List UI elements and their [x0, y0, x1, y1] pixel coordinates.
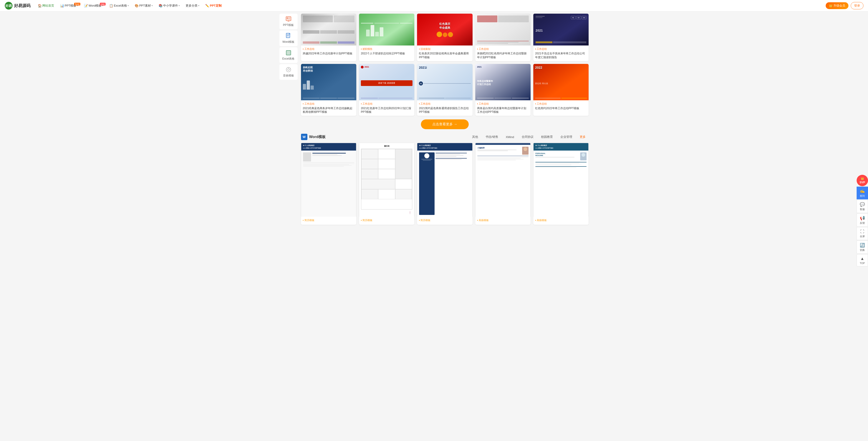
- word-card-2[interactable]: 履历表: [359, 143, 414, 225]
- login-button[interactable]: 登录: [851, 2, 863, 9]
- sidebar-item-ppt[interactable]: PPT模板: [279, 14, 298, 29]
- word-tab-enterprise-label: 企业管理: [560, 135, 572, 138]
- word-section-header: W Word模板 其他 书信/销售 XMind 合同协议: [301, 134, 589, 140]
- nav-item-custom-label: PPT定制: [210, 4, 221, 8]
- ppt-card-6[interactable]: 扬帆起航再创辉煌 工作总结: [301, 64, 356, 116]
- ppt-row2-grid: 扬帆起航再创辉煌 工作总结: [301, 64, 589, 116]
- logo[interactable]: 好易 好易源码: [5, 2, 30, 10]
- ppt-card-9-info: 工作总结 商务蓝白简约高质量年终总结暨新年计划工作总结PPT模板: [475, 100, 531, 116]
- word-tab-letter[interactable]: 书信/销售: [482, 134, 501, 140]
- ppt-card-5-tag: 工作总结: [535, 47, 587, 51]
- svg-rect-6: [289, 19, 290, 19]
- vip-button[interactable]: 👑 升级会员: [826, 2, 848, 9]
- ppt-card-10-title: 红色简约2022年终工作总结PPT模板: [535, 106, 587, 110]
- ppt-thumb-2: [359, 14, 414, 45]
- content-area: 工作总结 跨越2022年终工作总结新年计划PPT模板: [301, 14, 589, 225]
- word-thumb-2: 履历表: [359, 143, 414, 217]
- ppt-card-7-title: 2021红色新年工作总结和2022年计划汇报PPT模板: [361, 106, 412, 114]
- ppt-card-10-tag: 工作总结: [535, 102, 587, 105]
- nav-item-school[interactable]: 📚 中小学课件 ▾: [156, 2, 183, 9]
- school-chevron: ▾: [179, 4, 180, 7]
- svg-rect-14: [287, 36, 288, 36]
- sidebar-item-excel[interactable]: Excel表格: [279, 47, 298, 63]
- word-tab-education[interactable]: 校园教育: [538, 134, 556, 140]
- sidebar-excel-icon: [285, 50, 292, 56]
- ppt-thumb-4: [475, 14, 531, 45]
- sidebar-item-audio[interactable]: 音效模板: [279, 64, 298, 80]
- word-tab-xmind[interactable]: XMind: [503, 134, 517, 140]
- nav-item-ppt-custom[interactable]: ✏️ PPT定制: [203, 2, 224, 9]
- svip-icon: 👑: [861, 177, 864, 180]
- word-tab-other-label: 其他: [472, 135, 478, 138]
- ppt-card-7-info: 工作总结 2021红色新年工作总结和2022年计划汇报PPT模板: [359, 100, 414, 116]
- word-card-1[interactable]: W 个人求职简历 word模板/A4打印/内容可修改: [301, 143, 356, 225]
- nav-item-home[interactable]: 🏠 网站首页: [35, 2, 57, 9]
- ppt-thumb-10: 2022 新征程 再出发: [533, 64, 589, 100]
- ppt-card-6-info: 工作总结 2021经典蓝色商务岁年终工作总结扬帆起航再创辉煌PPT模板: [301, 100, 356, 116]
- word-card-1-info: 简历模板: [301, 217, 356, 225]
- ppt-card-2-tag: 述职报告: [361, 47, 412, 51]
- ppt-card-4[interactable]: 工作总结 奔跑吧2022红色简约岁年终工作总结暨新年计划PPT模板: [475, 14, 531, 61]
- ppt-card-2[interactable]: 述职报告 2022个人干部述职总结转正PPT模板: [359, 14, 414, 61]
- svg-point-24: [287, 69, 289, 70]
- svg-rect-8: [288, 21, 289, 21]
- ppt-card-10[interactable]: 2022 新征程 再出发 工作总结 红色简约2022年终工作总结PPT模板: [533, 64, 589, 116]
- nav-item-ppt-material[interactable]: 🎨 PPT素材 ▾: [132, 2, 155, 9]
- word-tab-other[interactable]: 其他: [469, 134, 481, 140]
- ppt-card-3[interactable]: 红色喜庆年会盛典 活动策划 红色喜庆2022新征程再出发年会盛典通用PPT模板: [417, 14, 472, 61]
- login-label: 登录: [854, 4, 860, 7]
- word-card-3-info: 简历模板: [417, 217, 472, 225]
- ppt-card-8[interactable]: 2021i 01 工作总结 2021简约蓝色商务通用述职报告工作总结PPT模板: [417, 64, 472, 116]
- svip-button[interactable]: 👑 SVP: [857, 175, 868, 186]
- customer-button[interactable]: 💬 客服: [857, 200, 868, 213]
- more-button[interactable]: 点击查看更多 →: [421, 119, 468, 129]
- ppt-card-7[interactable]: 2021 谢谢下载 谢谢观看 工作总结 2021红色新年工作总结和2022年计划…: [359, 64, 414, 116]
- word-card-5[interactable]: W 个人求职简历 word模板/A4打印/内容可修改 PERSONALRESUM…: [533, 143, 589, 225]
- header: 好易 好易源码 🏠 网站首页 📊 PPT模板 host ▾ 📝 Word模板 n…: [0, 0, 868, 11]
- ppt-card-1-info: 工作总结 跨越2022年终工作总结新年计划PPT模板: [301, 45, 356, 57]
- ppt-row1-grid: 工作总结 跨越2022年终工作总结新年计划PPT模板: [301, 14, 589, 61]
- left-sidebar: PPT模板 Word模板: [279, 14, 298, 80]
- vip-icon: 👑: [829, 4, 833, 7]
- word-card-3[interactable]: W 个人求职简历 word模板/A4打印/内容可修改: [417, 143, 472, 225]
- nav-item-word[interactable]: 📝 Word模板 new ▾: [81, 2, 106, 9]
- sign-button[interactable]: ✍️ 签到: [857, 187, 868, 199]
- nav-item-more[interactable]: 更多分类 ▾: [183, 2, 202, 9]
- word-tab-more-label: 更多: [580, 135, 586, 138]
- word-card-3-tag: 简历模板: [419, 219, 470, 222]
- sidebar-audio-icon: [285, 66, 292, 73]
- word-tab-contract[interactable]: 合同协议: [519, 134, 537, 140]
- sign-icon: ✍️: [860, 188, 865, 193]
- more-chevron: ▾: [198, 4, 199, 7]
- word-thumb-3: W 个人求职简历 word模板/A4打印/内容可修改: [417, 143, 472, 217]
- nav-item-excel[interactable]: 📋 Excel表格 ▾: [106, 2, 131, 9]
- host-badge: host: [74, 3, 80, 5]
- sign-label: 签到: [860, 194, 865, 197]
- ppt-card-5[interactable]: 01 02 03 2021 工作总结 2021: [533, 14, 589, 61]
- nav-item-ppt[interactable]: 📊 PPT模板 host ▾: [57, 2, 81, 9]
- ppt-card-8-title: 2021简约蓝色商务通用述职报告工作总结PPT模板: [419, 106, 470, 114]
- ppt-card-1[interactable]: 工作总结 跨越2022年终工作总结新年计划PPT模板: [301, 14, 356, 61]
- word-thumb-1: W 个人求职简历 word模板/A4打印/内容可修改: [301, 143, 356, 217]
- sidebar-item-word[interactable]: Word模板: [279, 30, 298, 46]
- sidebar-excel-label: Excel表格: [282, 57, 294, 61]
- word-thumb-4: 小编推荐: [475, 143, 531, 217]
- word-card-2-tag: 简历模板: [361, 219, 412, 222]
- word-card-4[interactable]: 小编推荐: [475, 143, 531, 225]
- ppt-card-4-title: 奔跑吧2022红色简约岁年终工作总结暨新年计划PPT模板: [477, 52, 529, 59]
- nav-item-word-label: Word模板: [89, 4, 101, 8]
- word-section: W Word模板 其他 书信/销售 XMind 合同协议: [301, 134, 589, 225]
- word-card-1-tag: 简历模板: [303, 219, 354, 222]
- word-tab-enterprise[interactable]: 企业管理: [557, 134, 576, 140]
- word-cards-grid: W 个人求职简历 word模板/A4打印/内容可修改: [301, 143, 589, 225]
- ppt-thumb-7: 2021 谢谢下载 谢谢观看: [359, 64, 414, 100]
- ppt-card-9[interactable]: 2021 年终总结暨新年计划工作总结 工作总结 商务蓝白简约高质量年终总结暨新年…: [475, 64, 531, 116]
- ppt-card-3-info: 活动策划 红色喜庆2022新征程再出发年会盛典通用PPT模板: [417, 45, 472, 61]
- more-button-container: 点击查看更多 →: [301, 119, 589, 129]
- ppt-card-3-title: 红色喜庆2022新征程再出发年会盛典通用PPT模板: [419, 52, 470, 59]
- feedback-button[interactable]: 📢 反馈: [857, 213, 868, 226]
- ppt-card-4-info: 工作总结 奔跑吧2022红色简约岁年终工作总结暨新年计划PPT模板: [475, 45, 531, 61]
- svg-text:好易: 好易: [5, 4, 12, 7]
- word-tab-more[interactable]: 更多: [577, 134, 589, 140]
- word-card-4-tag: 高级模板: [477, 219, 529, 222]
